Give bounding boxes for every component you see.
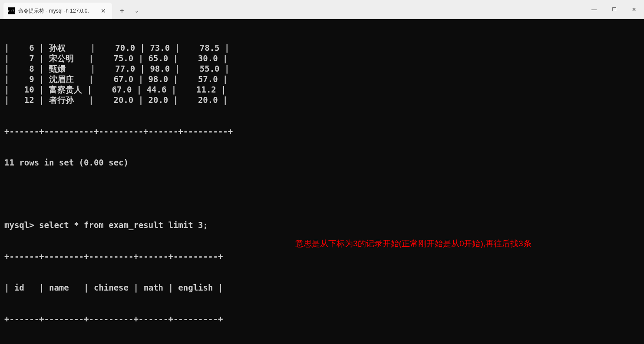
tab-dropdown-button[interactable]: ⌄ (129, 3, 144, 19)
blank-line (4, 189, 644, 199)
minimize-button[interactable]: — (584, 0, 604, 19)
separator: +------+--------+---------+------+------… (4, 251, 644, 261)
tab-cmd[interactable]: c:\ 命令提示符 - mysql -h 127.0.0. ✕ (3, 3, 112, 19)
terminal-area[interactable]: | 6 | 孙权 | 70.0 | 73.0 | 78.5 || 7 | 宋公明… (0, 19, 644, 344)
table-row: | 10 | 富察贵人 | 67.0 | 44.6 | 11.2 | (4, 84, 644, 95)
result-block-1: | 6 | 孙权 | 70.0 | 73.0 | 78.5 || 7 | 宋公明… (4, 43, 644, 105)
status-line: 11 rows in set (0.00 sec) (4, 157, 644, 168)
annotation-text: 意思是从下标为3的记录开始(正常刚开始是从0开始),再往后找3条 (295, 238, 532, 249)
query-line: mysql> select * from exam_result limit 3… (4, 220, 644, 230)
new-tab-button[interactable]: + (115, 3, 129, 19)
tab-title: 命令提示符 - mysql -h 127.0.0. (18, 7, 96, 15)
table-row: | 6 | 孙权 | 70.0 | 73.0 | 78.5 | (4, 43, 644, 53)
header-row: | id | name | chinese | math | english | (4, 282, 644, 293)
table-row: | 12 | 者行孙 | 20.0 | 20.0 | 20.0 | (4, 95, 644, 105)
separator: +------+--------+---------+------+------… (4, 314, 644, 324)
table-row: | 8 | 甄嬛 | 77.0 | 98.0 | 55.0 | (4, 63, 644, 74)
close-tab-icon[interactable]: ✕ (99, 7, 108, 15)
table-row: | 7 | 宋公明 | 75.0 | 65.0 | 30.0 | (4, 53, 644, 63)
close-window-button[interactable]: ✕ (624, 0, 644, 19)
titlebar-drag-area[interactable] (144, 0, 584, 19)
cmd-icon: c:\ (8, 7, 15, 14)
separator: +------+----------+---------+------+----… (4, 126, 644, 136)
maximize-button[interactable]: ☐ (604, 0, 624, 19)
titlebar: c:\ 命令提示符 - mysql -h 127.0.0. ✕ + ⌄ — ☐ … (0, 0, 644, 19)
table-row: | 9 | 沈眉庄 | 67.0 | 98.0 | 57.0 | (4, 74, 644, 84)
